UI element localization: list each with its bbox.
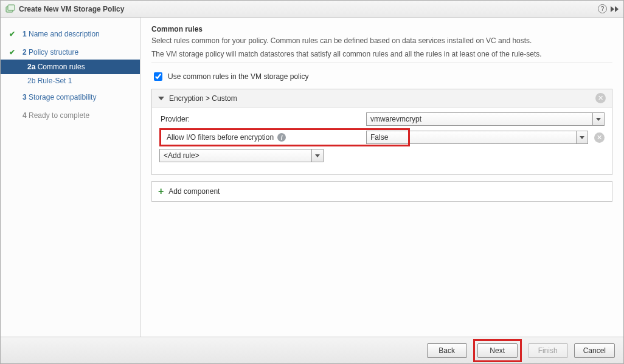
highlight-next-button: Next xyxy=(473,339,522,362)
rule-remove-button[interactable]: ✕ xyxy=(594,132,605,143)
page-heading: Common rules xyxy=(151,25,612,33)
component-title: Encryption > Custom xyxy=(169,94,237,103)
divider xyxy=(151,63,612,63)
dialog-title: Create New VM Storage Policy xyxy=(19,5,124,13)
provider-select[interactable]: vmwarevmcrypt xyxy=(366,112,605,126)
caret-down-icon xyxy=(315,154,320,157)
checkmark-icon: ✔ xyxy=(9,48,18,57)
info-icon[interactable]: i xyxy=(277,133,286,142)
checkmark-icon: ✔ xyxy=(9,30,18,38)
finish-button: Finish xyxy=(528,343,568,358)
expand-icon[interactable] xyxy=(611,6,619,12)
page-description-1: Select rules common for your policy. Com… xyxy=(151,36,612,46)
wizard-footer: Back Next Finish Cancel xyxy=(1,337,623,363)
next-button[interactable]: Next xyxy=(477,343,518,358)
use-common-rules-checkbox[interactable] xyxy=(154,72,162,81)
use-common-rules-label: Use common rules in the VM storage polic… xyxy=(168,72,308,81)
component-remove-button[interactable]: ✕ xyxy=(595,93,606,103)
nav-substep-common-rules[interactable]: 2a Common rules xyxy=(1,60,140,74)
nav-step-policy-structure[interactable]: ✔ 2 Policy structure xyxy=(1,46,140,59)
rule-allow-io-filters-label: Allow I/O filters before encryption xyxy=(167,133,274,142)
chevron-down-icon xyxy=(158,97,164,100)
rule-allow-io-filters-select[interactable]: False xyxy=(366,131,588,144)
cancel-button[interactable]: Cancel xyxy=(574,343,615,358)
nav-step-name-description[interactable]: ✔ 1 Name and description xyxy=(1,27,140,41)
rule-allow-io-filters-dropdown-button[interactable] xyxy=(576,131,588,144)
titlebar: Create New VM Storage Policy ? xyxy=(1,1,623,18)
nav-step-storage-compatibility[interactable]: 3 Storage compatibility xyxy=(1,91,140,104)
provider-select-dropdown-button[interactable] xyxy=(592,112,605,126)
provider-label: Provider: xyxy=(159,115,366,123)
add-rule-value: <Add rule> xyxy=(159,149,311,162)
add-rule-row: <Add rule> xyxy=(159,149,605,162)
caret-down-icon xyxy=(596,118,601,121)
add-rule-dropdown-button[interactable] xyxy=(311,149,324,162)
provider-select-value: vmwarevmcrypt xyxy=(366,112,592,126)
component-header[interactable]: Encryption > Custom ✕ xyxy=(152,89,612,108)
nav-step-ready-to-complete: 4 Ready to complete xyxy=(1,109,140,122)
add-rule-select[interactable]: <Add rule> xyxy=(159,149,324,162)
svg-rect-1 xyxy=(8,5,15,10)
rule-allow-io-filters-value: False xyxy=(366,131,576,144)
caret-down-icon xyxy=(580,136,584,139)
add-component-label: Add component xyxy=(168,187,220,196)
nav-substep-rule-set-1[interactable]: 2b Rule-Set 1 xyxy=(1,75,140,87)
back-button[interactable]: Back xyxy=(427,343,467,358)
add-component-button[interactable]: + Add component xyxy=(151,181,612,202)
page-description-2: The VM storage policy will match datasto… xyxy=(151,49,612,59)
vm-storage-policy-icon xyxy=(5,4,15,14)
encryption-component: Encryption > Custom ✕ Provider: vmwarevm… xyxy=(151,89,612,175)
rule-allow-io-filters-row: Allow I/O filters before encryption i Fa… xyxy=(159,131,605,144)
provider-row: Provider: vmwarevmcrypt xyxy=(159,112,605,126)
content-pane: Common rules Select rules common for you… xyxy=(140,18,623,337)
use-common-rules-checkbox-row[interactable]: Use common rules in the VM storage polic… xyxy=(151,70,612,83)
help-icon[interactable]: ? xyxy=(598,4,607,13)
plus-icon: + xyxy=(158,187,164,196)
wizard-nav: ✔ 1 Name and description ✔ 2 Policy stru… xyxy=(1,18,140,337)
dialog: Create New VM Storage Policy ? ✔ 1 Name … xyxy=(0,0,624,364)
